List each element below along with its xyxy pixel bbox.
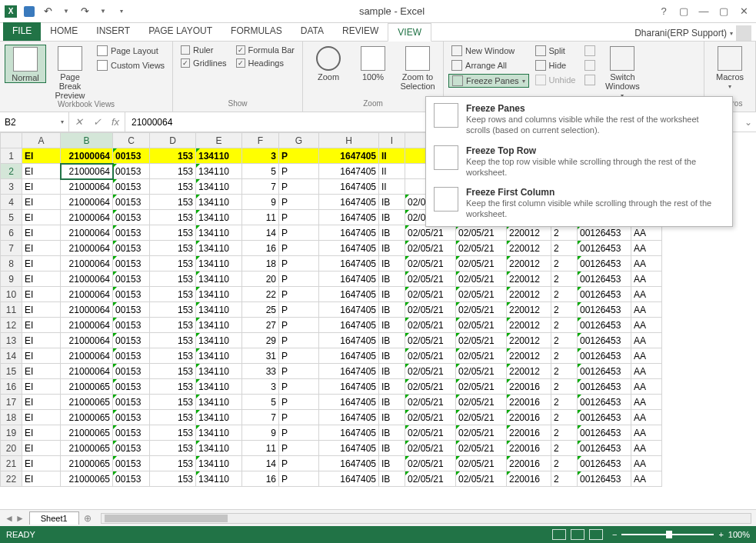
cell[interactable]: II <box>379 164 405 179</box>
cell[interactable]: 00153 <box>113 225 150 241</box>
cell[interactable]: P <box>279 164 319 179</box>
cell[interactable]: 27 <box>242 318 279 333</box>
cell[interactable]: AA <box>631 410 662 425</box>
column-header[interactable]: A <box>22 133 61 148</box>
cell[interactable]: 220012 <box>507 287 551 302</box>
tab-data[interactable]: DATA <box>291 22 333 41</box>
cell[interactable]: 220016 <box>507 471 551 487</box>
help-button[interactable]: ? <box>654 4 673 19</box>
cell[interactable]: 5 <box>242 164 279 179</box>
cell[interactable]: IB <box>379 318 405 333</box>
cell[interactable]: 153 <box>150 425 196 441</box>
cell[interactable]: P <box>279 425 319 441</box>
column-header[interactable]: E <box>196 133 242 148</box>
cell[interactable]: 00126453 <box>578 471 631 487</box>
freeze-panes-button[interactable]: Freeze Panes▾ <box>448 74 528 88</box>
cell[interactable]: P <box>279 379 319 395</box>
ruler-checkbox[interactable]: Ruler <box>178 45 229 55</box>
cell[interactable]: 134110 <box>196 318 242 333</box>
cell[interactable]: 134110 <box>196 148 242 164</box>
row-header[interactable]: 20 <box>1 441 22 456</box>
cell[interactable]: 153 <box>150 210 196 225</box>
formula-bar-expand[interactable]: ⌄ <box>741 117 756 128</box>
cell[interactable]: 2 <box>551 456 578 471</box>
cell[interactable]: 1647405 <box>319 179 379 195</box>
cell[interactable]: 134110 <box>196 210 242 225</box>
cell[interactable]: AA <box>631 333 662 348</box>
cell[interactable]: EI <box>22 425 61 441</box>
cell[interactable]: 153 <box>150 241 196 256</box>
new-window-button[interactable]: New Window <box>448 45 528 57</box>
cell[interactable]: 2 <box>551 272 578 287</box>
cell[interactable]: 153 <box>150 410 196 425</box>
row-header[interactable]: 13 <box>1 333 22 348</box>
cell[interactable]: 21000065 <box>61 441 113 456</box>
cell[interactable]: 02/05/21 <box>405 395 456 410</box>
cell[interactable]: P <box>279 179 319 195</box>
row-header[interactable]: 12 <box>1 318 22 333</box>
cell[interactable]: AA <box>631 425 662 441</box>
column-header[interactable]: G <box>279 133 319 148</box>
cell[interactable]: 1647405 <box>319 210 379 225</box>
cell[interactable]: 220012 <box>507 256 551 272</box>
cell[interactable]: 1647405 <box>319 225 379 241</box>
cell[interactable]: IB <box>379 410 405 425</box>
row-header[interactable]: 3 <box>1 179 22 195</box>
cell[interactable]: 02/05/21 <box>456 379 507 395</box>
cell[interactable]: 153 <box>150 441 196 456</box>
cell[interactable]: 21000065 <box>61 471 113 487</box>
cell[interactable]: IB <box>379 364 405 379</box>
cell[interactable]: 1647405 <box>319 410 379 425</box>
freeze-top-row-item[interactable]: Freeze Top Row Keep the top row visible … <box>428 141 731 183</box>
cell[interactable]: 2 <box>551 302 578 318</box>
cell[interactable]: 21000064 <box>61 210 113 225</box>
cell[interactable]: 134110 <box>196 287 242 302</box>
row-header[interactable]: 5 <box>1 210 22 225</box>
cell[interactable]: 00126453 <box>578 364 631 379</box>
cell[interactable]: 00126453 <box>578 225 631 241</box>
column-header[interactable]: H <box>319 133 379 148</box>
cell[interactable]: 02/05/21 <box>456 441 507 456</box>
cell[interactable]: 02/05/21 <box>405 318 456 333</box>
cell[interactable]: 134110 <box>196 225 242 241</box>
row-header[interactable]: 4 <box>1 195 22 210</box>
cell[interactable]: IB <box>379 241 405 256</box>
cell[interactable]: P <box>279 287 319 302</box>
cell[interactable]: AA <box>631 241 662 256</box>
column-header[interactable]: D <box>150 133 196 148</box>
cell[interactable]: IB <box>379 195 405 210</box>
minimize-button[interactable]: — <box>694 4 713 19</box>
cell[interactable]: 02/05/21 <box>405 241 456 256</box>
cell[interactable]: IB <box>379 379 405 395</box>
cell[interactable]: 153 <box>150 164 196 179</box>
cell[interactable]: EI <box>22 364 61 379</box>
cell[interactable]: EI <box>22 210 61 225</box>
cell[interactable]: IB <box>379 441 405 456</box>
cell[interactable]: 2 <box>551 410 578 425</box>
cell[interactable]: 220012 <box>507 241 551 256</box>
qat-customize[interactable]: ▾ <box>114 4 129 19</box>
normal-view-button[interactable]: Normal <box>5 45 46 83</box>
cell[interactable]: 02/05/21 <box>456 333 507 348</box>
cell[interactable]: 2 <box>551 225 578 241</box>
view-side-by-side-button[interactable] <box>581 45 598 57</box>
cell[interactable]: 21000064 <box>61 302 113 318</box>
tab-file[interactable]: FILE <box>3 22 41 41</box>
cell[interactable]: 21000064 <box>61 225 113 241</box>
cell[interactable]: IB <box>379 333 405 348</box>
cell[interactable]: IB <box>379 395 405 410</box>
gridlines-checkbox[interactable]: Gridlines <box>178 58 229 68</box>
cell[interactable]: 02/05/21 <box>405 348 456 364</box>
cell[interactable]: 220016 <box>507 379 551 395</box>
headings-checkbox[interactable]: Headings <box>233 58 298 68</box>
row-header[interactable]: 22 <box>1 471 22 487</box>
cell[interactable]: 1647405 <box>319 425 379 441</box>
cell[interactable]: P <box>279 210 319 225</box>
row-header[interactable]: 8 <box>1 256 22 272</box>
cell[interactable]: 00126453 <box>578 425 631 441</box>
column-header[interactable]: B <box>61 133 113 148</box>
cell[interactable]: P <box>279 225 319 241</box>
cell[interactable]: 1647405 <box>319 379 379 395</box>
account-area[interactable]: Dharani(ERP Support) ▾ <box>634 25 756 41</box>
row-header[interactable]: 18 <box>1 410 22 425</box>
